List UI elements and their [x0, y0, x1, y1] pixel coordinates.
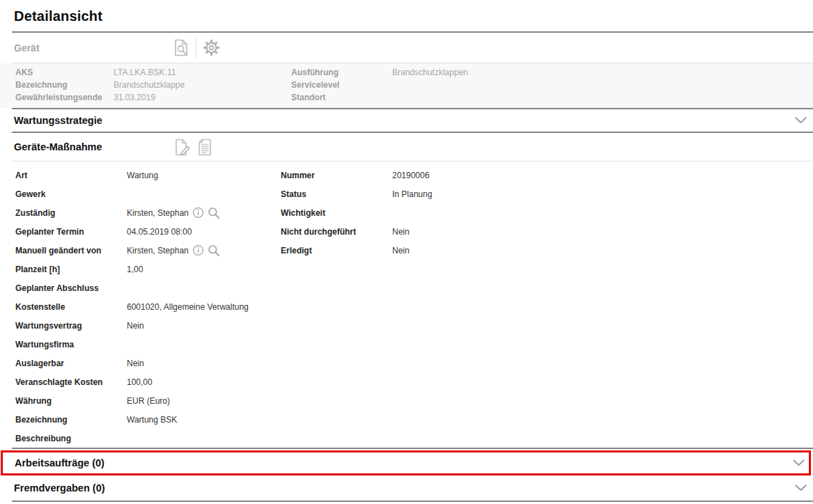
page-title: Detailansicht	[0, 0, 813, 31]
field-label	[281, 278, 392, 297]
field-label: Status	[281, 184, 392, 203]
field-value-text: 6001020, Allgemeine Verwaltung	[127, 302, 249, 312]
field-value-text: Nein	[127, 359, 144, 368]
field-value: LTA.LKA.BSK.11	[114, 66, 291, 79]
annotation-highlight-box: Arbeitsaufträge (0)	[1, 450, 811, 475]
field-label	[281, 410, 392, 429]
search-icon[interactable]	[208, 207, 220, 219]
field-value	[392, 91, 813, 104]
info-icon[interactable]	[192, 207, 204, 219]
field-value	[392, 316, 813, 335]
field-label: Gewerk	[15, 184, 127, 203]
field-value	[392, 429, 813, 448]
field-value: 31.03.2019	[114, 91, 291, 104]
field-label: Kostenstelle	[15, 297, 127, 316]
field-value-text: Wartung	[127, 171, 158, 180]
field-label: Erledigt	[281, 241, 392, 260]
field-label	[281, 429, 392, 448]
field-value	[392, 372, 813, 391]
preview-icon[interactable]	[173, 38, 189, 57]
field-value	[127, 429, 281, 448]
field-value-text: 31.03.2019	[114, 93, 155, 102]
field-label: Ausführung	[291, 66, 392, 79]
chevron-down-icon[interactable]	[795, 485, 807, 491]
field-label	[281, 335, 392, 354]
field-value-text: 100,00	[127, 377, 153, 387]
field-value-text: 04.05.2019 08:00	[127, 227, 192, 237]
field-label: Nicht durchgeführt	[281, 222, 392, 241]
gerat-section-header: Gerät	[0, 33, 813, 63]
settings-icon[interactable]	[203, 39, 220, 56]
field-label: Gewährleistungsende	[15, 91, 114, 104]
field-label: Art	[15, 166, 127, 184]
field-value: Kirsten, Stephan	[127, 203, 281, 222]
field-value: EUR (Euro)	[127, 391, 281, 410]
field-value	[127, 335, 281, 354]
field-label: Veranschlagte Kosten	[15, 372, 127, 391]
field-value-text: LTA.LKA.BSK.11	[114, 68, 176, 77]
field-label: Nummer	[281, 166, 392, 184]
gerat-section-title: Gerät	[0, 42, 40, 54]
field-value	[392, 278, 813, 297]
field-label: Geplanter Abschluss	[15, 278, 127, 297]
field-value: Brandschutzklappe	[114, 79, 291, 91]
divider	[12, 448, 813, 449]
field-label	[281, 260, 392, 278]
field-label	[281, 372, 392, 391]
field-value-text: 1,00	[127, 265, 143, 274]
field-label: Zuständig	[15, 203, 127, 222]
field-value-text: Wartung BSK	[127, 415, 177, 425]
field-value: In Planung	[392, 184, 813, 203]
field-value-text: Kirsten, Stephan	[127, 208, 189, 218]
field-label: Auslagerbar	[15, 354, 127, 372]
field-value	[127, 184, 281, 203]
info-icon[interactable]	[192, 244, 204, 256]
section-title: Wartungsstrategie	[14, 115, 102, 126]
field-label: Servicelevel	[291, 79, 392, 91]
field-value	[392, 410, 813, 429]
section-wartungsstrategie[interactable]: Wartungsstrategie	[0, 109, 813, 132]
field-label: Manuell geändert von	[15, 241, 127, 260]
section-title: Fremdvergaben (0)	[14, 482, 105, 494]
chevron-down-icon[interactable]	[793, 459, 805, 466]
field-label: Wichtigkeit	[281, 203, 392, 222]
section-fremdvergaben[interactable]: Fremdvergaben (0)	[0, 475, 813, 501]
field-value: Nein	[392, 222, 813, 241]
section-title: Arbeitsaufträge (0)	[15, 457, 104, 468]
field-value: Brandschutzklappen	[392, 66, 813, 79]
field-value: 20190006	[392, 166, 813, 184]
field-value-text: Kirsten, Stephan	[127, 246, 189, 255]
divider	[12, 501, 813, 502]
field-value	[392, 79, 813, 91]
field-value	[392, 297, 813, 316]
field-value	[392, 260, 813, 278]
massnahme-toolbar	[173, 133, 213, 161]
field-label: Beschreibung	[15, 429, 127, 448]
field-value-text: Brandschutzklappe	[114, 80, 185, 90]
gerat-toolbar	[173, 33, 220, 63]
field-label: Geplanter Termin	[15, 222, 127, 241]
field-label: Planzeit [h]	[15, 260, 127, 278]
massnahme-section-header: Geräte-Maßnahme	[0, 133, 813, 161]
report-icon[interactable]	[197, 138, 213, 157]
field-label: Wartungsvertrag	[15, 316, 127, 335]
gerat-fields: AKSLTA.LKA.BSK.11AusführungBrandschutzkl…	[0, 63, 813, 108]
field-value: Nein	[127, 354, 281, 372]
field-label	[281, 391, 392, 410]
field-value: Kirsten, Stephan	[127, 241, 281, 260]
field-label	[281, 354, 392, 372]
field-value: Wartung	[127, 166, 281, 184]
field-value: Nein	[127, 316, 281, 335]
edit-icon[interactable]	[173, 138, 191, 157]
section-arbeitsauftraege[interactable]: Arbeitsaufträge (0)	[3, 452, 809, 473]
massnahme-section-title: Geräte-Maßnahme	[0, 141, 102, 152]
field-label: Standort	[291, 91, 392, 104]
field-value	[127, 278, 281, 297]
search-icon[interactable]	[208, 244, 220, 257]
field-value: 100,00	[127, 372, 281, 391]
chevron-down-icon[interactable]	[795, 117, 807, 124]
field-label: Wartungsfirma	[15, 335, 127, 354]
field-label: Bezeichnung	[15, 410, 127, 429]
massnahme-fields: ArtWartungNummer20190006GewerkStatusIn P…	[0, 162, 813, 448]
field-value	[392, 203, 813, 222]
